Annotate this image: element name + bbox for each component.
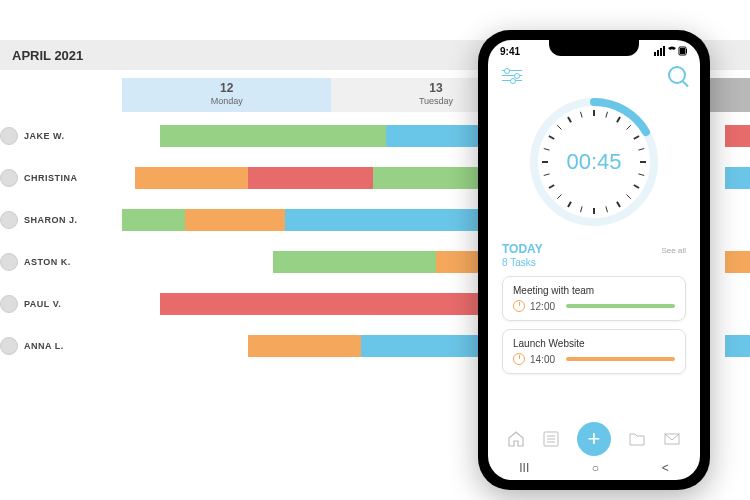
avatar [0, 127, 18, 145]
timer-widget[interactable]: 00:45 [524, 92, 664, 232]
svg-line-17 [627, 195, 631, 199]
person-name: JAKE W. [24, 131, 65, 141]
svg-line-30 [568, 117, 571, 122]
home-button[interactable]: ○ [592, 461, 599, 475]
svg-line-15 [638, 174, 644, 176]
svg-rect-0 [654, 52, 656, 56]
task-bar[interactable] [248, 335, 361, 357]
avatar [0, 169, 18, 187]
task-bar[interactable] [725, 335, 750, 357]
search-icon[interactable] [668, 66, 686, 84]
svg-line-29 [557, 125, 561, 129]
task-bar[interactable] [185, 209, 285, 231]
svg-rect-6 [686, 49, 687, 53]
person-name: SHARON J. [24, 215, 78, 225]
avatar [0, 295, 18, 313]
task-progress [566, 304, 675, 308]
phone-notch [549, 40, 639, 56]
clock-icon [513, 353, 525, 365]
bottom-nav: + [488, 422, 700, 456]
avatar [0, 211, 18, 229]
svg-line-11 [627, 125, 631, 129]
avatar [0, 253, 18, 271]
task-bar[interactable] [160, 125, 386, 147]
status-time: 9:41 [500, 46, 520, 58]
person-name: ANNA L. [24, 341, 64, 351]
task-bar[interactable] [273, 251, 436, 273]
task-card[interactable]: Meeting with team12:00 [502, 276, 686, 321]
task-bar[interactable] [725, 125, 750, 147]
svg-rect-5 [680, 48, 685, 54]
svg-line-25 [544, 174, 550, 176]
svg-line-21 [581, 206, 583, 212]
settings-icon[interactable] [502, 66, 522, 82]
svg-line-10 [617, 117, 620, 122]
back-button[interactable]: < [662, 461, 669, 475]
avatar [0, 337, 18, 355]
svg-line-24 [549, 185, 554, 188]
task-card[interactable]: Launch Website14:00 [502, 329, 686, 374]
svg-line-12 [634, 136, 639, 139]
svg-line-31 [581, 112, 583, 118]
svg-line-23 [557, 195, 561, 199]
task-bar[interactable] [725, 251, 750, 273]
task-time: 14:00 [530, 354, 555, 365]
svg-line-28 [549, 136, 554, 139]
see-all-link[interactable]: See all [662, 246, 686, 255]
list-icon[interactable] [542, 431, 560, 447]
task-bar[interactable] [135, 167, 248, 189]
timer-value: 00:45 [566, 149, 621, 175]
tasks-count: 8 Tasks [502, 257, 686, 268]
folder-icon[interactable] [628, 431, 646, 447]
android-nav: III ○ < [488, 461, 700, 475]
svg-line-27 [544, 149, 550, 151]
phone-screen: 9:41 00:45 TODAY See all 8 Tasks Meeting… [488, 40, 700, 480]
svg-line-18 [617, 202, 620, 207]
task-bar[interactable] [160, 293, 499, 315]
svg-rect-3 [663, 46, 665, 56]
svg-line-9 [606, 112, 608, 118]
phone-mockup: 9:41 00:45 TODAY See all 8 Tasks Meeting… [478, 30, 710, 490]
person-name: PAUL V. [24, 299, 61, 309]
svg-rect-1 [657, 50, 659, 56]
person-name: CHRISTINA [24, 173, 78, 183]
task-title: Launch Website [513, 338, 675, 349]
date-column[interactable]: 12Monday [122, 78, 331, 112]
today-label: TODAY [502, 242, 543, 256]
status-icons [654, 46, 688, 58]
add-button[interactable]: + [577, 422, 611, 456]
task-title: Meeting with team [513, 285, 675, 296]
svg-line-19 [606, 206, 608, 212]
svg-rect-2 [660, 48, 662, 56]
task-bar[interactable] [725, 167, 750, 189]
person-name: ASTON K. [24, 257, 71, 267]
home-icon[interactable] [507, 431, 525, 447]
clock-icon [513, 300, 525, 312]
svg-line-16 [634, 185, 639, 188]
svg-line-22 [568, 202, 571, 207]
task-time: 12:00 [530, 301, 555, 312]
task-progress [566, 357, 675, 361]
task-bar[interactable] [122, 209, 185, 231]
svg-line-13 [638, 149, 644, 151]
task-bar[interactable] [248, 167, 374, 189]
mail-icon[interactable] [663, 431, 681, 447]
recent-button[interactable]: III [519, 461, 529, 475]
